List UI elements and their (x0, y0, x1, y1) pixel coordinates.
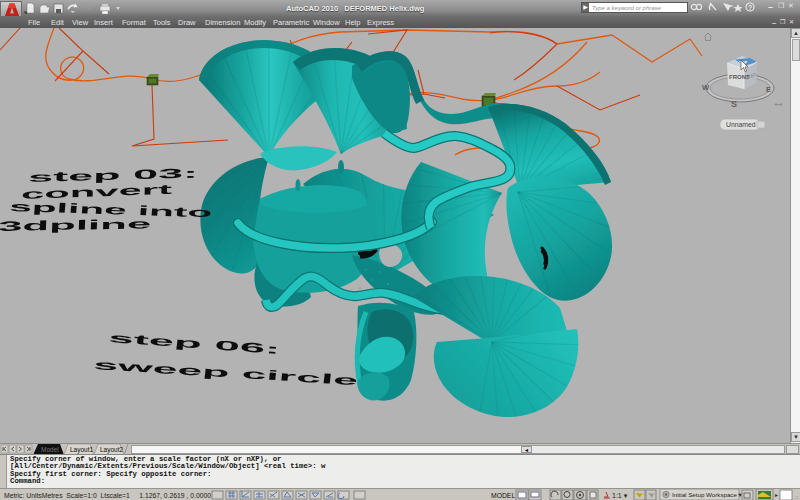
svg-text:S: S (731, 99, 737, 109)
svg-text:Layout2: Layout2 (100, 446, 124, 454)
svg-text:▸: ▸ (775, 492, 778, 498)
svg-text:Unnamed: Unnamed (726, 121, 756, 128)
svg-text:Initial Setup Workspace ▾: Initial Setup Workspace ▾ (672, 491, 743, 498)
svg-text:W: W (702, 83, 710, 92)
svg-text:Model: Model (41, 446, 59, 453)
svg-text:?: ? (748, 4, 752, 11)
svg-text:3dpline: 3dpline (0, 216, 153, 234)
svg-text:Layout1: Layout1 (70, 446, 94, 454)
svg-text:E: E (766, 85, 771, 94)
svg-text:1:1 ▾: 1:1 ▾ (612, 492, 628, 499)
svg-text:.::: .:: (794, 494, 798, 500)
